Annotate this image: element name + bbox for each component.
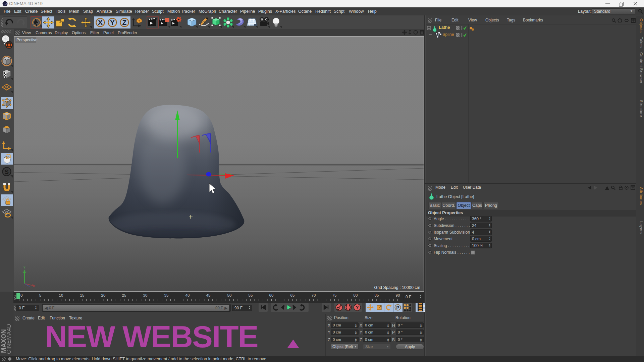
svg-text:Y: Y [23, 265, 26, 269]
svg-text:Y: Y [110, 18, 115, 26]
svg-text:S: S [5, 169, 9, 175]
svg-text:X: X [98, 18, 103, 26]
svg-text:?: ? [356, 305, 359, 310]
svg-text:P: P [396, 305, 399, 310]
svg-text:Z: Z [122, 18, 127, 26]
